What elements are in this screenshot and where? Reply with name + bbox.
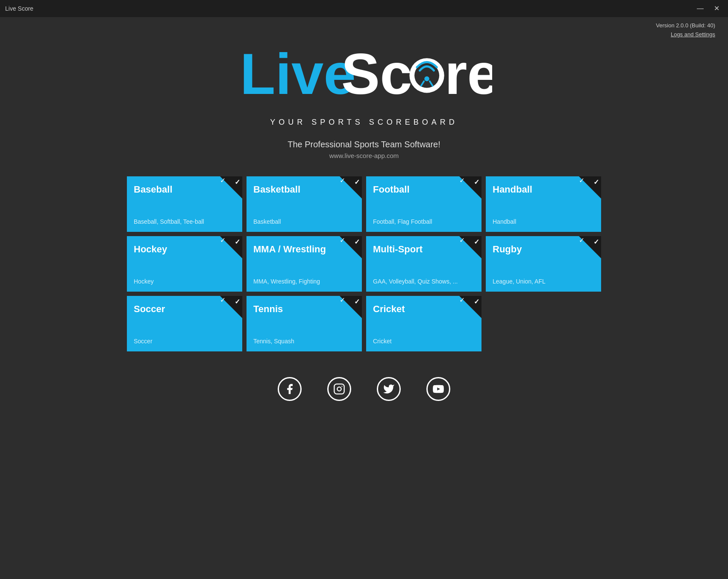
sport-name: Multi-Sport (373, 244, 475, 255)
window-controls: — ✕ (693, 4, 723, 13)
website: www.live-score-app.com (329, 152, 399, 159)
sport-name: Basketball (253, 184, 355, 195)
social-row (278, 377, 450, 401)
version-info: Version 2.0.0 (Build: 40) Logs and Setti… (656, 21, 715, 39)
app-title: Live Score (5, 5, 33, 12)
sport-card-basketball[interactable]: ✓BasketballBasketball (247, 176, 362, 232)
sport-name: Tennis (253, 304, 355, 315)
sport-card-cricket[interactable]: ✓CricketCricket (366, 296, 481, 351)
sport-name: MMA / Wrestling (253, 244, 355, 255)
check-icon: ✓ (354, 178, 360, 186)
sport-subtypes: Hockey (134, 278, 235, 285)
main-content: Live Sc re YOUR SPORTS SCOREBOARD The Pr… (0, 17, 728, 418)
facebook-icon[interactable] (278, 377, 302, 401)
check-icon: ✓ (474, 178, 479, 186)
svg-text:Sc: Sc (341, 41, 412, 106)
sport-subtypes: GAA, Volleyball, Quiz Shows, ... (373, 278, 475, 285)
sport-subtypes: League, Union, AFL (493, 278, 594, 285)
sport-subtypes: Football, Flag Football (373, 218, 475, 225)
sport-name: Hockey (134, 244, 235, 255)
sport-card-multi-sport[interactable]: ✓Multi-SportGAA, Volleyball, Quiz Shows,… (366, 236, 481, 292)
check-icon: ✓ (474, 238, 479, 246)
check-icon: ✓ (235, 178, 240, 186)
sport-card-mma-wrestling[interactable]: ✓MMA / WrestlingMMA, Wrestling, Fighting (247, 236, 362, 292)
sport-card-soccer[interactable]: ✓SoccerSoccer (127, 296, 242, 351)
sport-name: Soccer (134, 304, 235, 315)
sport-card-football[interactable]: ✓FootballFootball, Flag Football (366, 176, 481, 232)
check-icon: ✓ (474, 298, 479, 306)
sport-name: Rugby (493, 244, 594, 255)
svg-point-10 (341, 386, 342, 387)
sport-grid: ✓BaseballBaseball, Softball, Tee-ball✓Ba… (127, 176, 601, 351)
twitter-icon[interactable] (377, 377, 401, 401)
check-icon: ✓ (593, 238, 599, 246)
check-icon: ✓ (354, 238, 360, 246)
subtitle: The Professional Sports Team Software! (288, 140, 440, 149)
svg-rect-8 (334, 384, 344, 394)
sport-subtypes: Basketball (253, 218, 355, 225)
minimize-button[interactable]: — (693, 4, 707, 13)
version-text: Version 2.0.0 (Build: 40) (656, 21, 715, 30)
close-button[interactable]: ✕ (710, 4, 723, 13)
sport-subtypes: Soccer (134, 338, 235, 345)
sport-subtypes: Cricket (373, 338, 475, 345)
logo-svg: Live Sc re (236, 34, 492, 108)
sport-subtypes: Handball (493, 218, 594, 225)
svg-text:Live: Live (240, 41, 356, 106)
instagram-icon[interactable] (327, 377, 351, 401)
sport-card-baseball[interactable]: ✓BaseballBaseball, Softball, Tee-ball (127, 176, 242, 232)
sport-subtypes: MMA, Wrestling, Fighting (253, 278, 355, 285)
sport-name: Football (373, 184, 475, 195)
title-bar: Live Score — ✕ (0, 0, 728, 17)
sport-card-rugby[interactable]: ✓RugbyLeague, Union, AFL (486, 236, 601, 292)
check-icon: ✓ (235, 298, 240, 306)
tagline: YOUR SPORTS SCOREBOARD (270, 118, 458, 127)
sport-subtypes: Baseball, Softball, Tee-ball (134, 218, 235, 225)
check-icon: ✓ (593, 178, 599, 186)
svg-point-9 (337, 387, 341, 391)
sport-name: Cricket (373, 304, 475, 315)
svg-point-4 (424, 76, 429, 82)
sport-name: Baseball (134, 184, 235, 195)
logo-container: Live Sc re (236, 34, 492, 110)
sport-name: Handball (493, 184, 594, 195)
check-icon: ✓ (354, 298, 360, 306)
sport-card-tennis[interactable]: ✓TennisTennis, Squash (247, 296, 362, 351)
sport-card-hockey[interactable]: ✓HockeyHockey (127, 236, 242, 292)
sport-subtypes: Tennis, Squash (253, 338, 355, 345)
svg-text:re: re (445, 41, 492, 106)
check-icon: ✓ (235, 238, 240, 246)
youtube-icon[interactable] (426, 377, 450, 401)
settings-link[interactable]: Logs and Settings (656, 30, 715, 39)
sport-card-handball[interactable]: ✓HandballHandball (486, 176, 601, 232)
